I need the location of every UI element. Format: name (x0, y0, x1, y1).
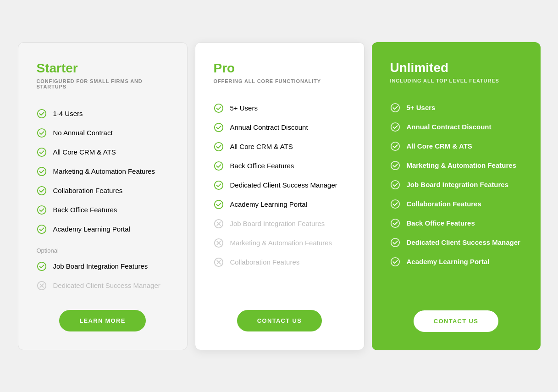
svg-point-29 (391, 161, 399, 169)
check-icon (214, 161, 224, 171)
svg-point-5 (37, 205, 45, 214)
feature-label: All Core CRM & ATS (407, 142, 472, 150)
svg-point-14 (214, 161, 222, 170)
feature-label: Job Board Integration Features (53, 262, 148, 270)
list-item: Academy Learning Portal (214, 195, 346, 214)
feature-label: No Annual Contract (53, 129, 113, 137)
list-item: Annual Contract Discount (214, 118, 346, 137)
feature-label: 1-4 Users (53, 110, 83, 117)
svg-point-12 (214, 123, 222, 131)
unlimited-features: 5+ Users Annual Contract Discount All Co… (390, 98, 522, 296)
svg-point-0 (37, 109, 45, 117)
feature-label: 5+ Users (407, 104, 436, 111)
cross-icon (214, 219, 224, 229)
starter-learn-more-button[interactable]: LEARN MORE (59, 310, 145, 331)
starter-title: Starter (37, 61, 169, 76)
feature-label: Collaboration Features (407, 200, 481, 208)
list-item: Collaboration Features (390, 194, 522, 214)
unlimited-subtitle: INCLUDING ALL TOP LEVEL FEATURES (390, 78, 522, 83)
list-item: All Core CRM & ATS (37, 143, 169, 162)
feature-label: Annual Contract Discount (407, 123, 492, 131)
check-icon (37, 109, 47, 119)
svg-point-11 (214, 104, 222, 112)
check-icon (390, 218, 400, 228)
check-icon (37, 147, 47, 157)
check-icon (390, 257, 400, 267)
feature-label: Academy Learning Portal (53, 225, 130, 233)
check-icon (390, 103, 400, 113)
check-icon (37, 261, 47, 271)
check-icon (214, 199, 224, 210)
svg-point-16 (214, 200, 222, 208)
pro-contact-us-button[interactable]: CONTACT US (237, 310, 322, 331)
check-icon (390, 160, 400, 171)
list-item: Back Office Features (37, 200, 169, 220)
feature-label: 5+ Users (230, 104, 258, 112)
svg-point-13 (214, 142, 222, 150)
feature-label: Academy Learning Portal (407, 258, 490, 265)
pricing-container: Starter CONFIGURED FOR SMALL FIRMS AND S… (18, 42, 541, 350)
svg-point-2 (37, 148, 45, 156)
list-item: Collaboration Features (37, 181, 169, 200)
list-item: 5+ Users (390, 98, 522, 117)
svg-point-30 (391, 180, 399, 188)
svg-point-7 (37, 262, 45, 270)
svg-point-3 (37, 167, 45, 175)
list-item: Academy Learning Portal (37, 220, 169, 239)
starter-button-area: LEARN MORE (37, 310, 169, 331)
feature-label: Collaboration Features (230, 258, 300, 266)
list-item: No Annual Contract (37, 123, 169, 143)
check-icon (390, 237, 400, 248)
list-item: Job Board Integration Features (214, 214, 346, 233)
list-item: Academy Learning Portal (390, 252, 522, 271)
check-icon (390, 180, 400, 190)
list-item: Annual Contract Discount (390, 117, 522, 137)
list-item: Dedicated Client Success Manager (214, 176, 346, 195)
check-icon (214, 103, 224, 113)
cross-icon (37, 281, 47, 291)
plan-starter: Starter CONFIGURED FOR SMALL FIRMS AND S… (18, 42, 188, 350)
svg-point-31 (391, 199, 399, 208)
optional-label: Optional (37, 247, 169, 254)
list-item: Dedicated Client Success Manager (390, 233, 522, 252)
starter-features: 1-4 Users No Annual Contract All Core CR… (37, 104, 169, 239)
svg-point-26 (391, 103, 399, 111)
feature-label: All Core CRM & ATS (230, 143, 293, 150)
feature-label: Dedicated Client Success Manager (230, 181, 337, 189)
feature-label: Marketing & Automation Features (230, 239, 332, 247)
feature-label: All Core CRM & ATS (53, 148, 116, 156)
list-item: Job Board Integration Features (37, 257, 169, 276)
cross-icon (214, 257, 224, 267)
list-item: Dedicated Client Success Manager (37, 276, 169, 295)
plan-pro: Pro OFFERING ALL CORE FUNCTIONALITY 5+ U… (195, 42, 365, 350)
feature-label: Back Office Features (53, 206, 117, 214)
list-item: All Core CRM & ATS (214, 137, 346, 156)
check-icon (37, 186, 47, 196)
feature-label: Back Office Features (230, 162, 294, 170)
feature-label: Back Office Features (407, 219, 475, 227)
pro-features: 5+ Users Annual Contract Discount All Co… (214, 99, 346, 295)
feature-label: Dedicated Client Success Manager (53, 282, 160, 289)
plan-unlimited: Unlimited INCLUDING ALL TOP LEVEL FEATUR… (372, 42, 541, 350)
svg-point-4 (37, 186, 45, 194)
starter-optional-features: Job Board Integration Features Dedicated… (37, 257, 169, 295)
check-icon (37, 224, 47, 234)
list-item: Marketing & Automation Features (390, 156, 522, 175)
list-item: All Core CRM & ATS (390, 137, 522, 156)
feature-label: Job Board Integration Features (230, 220, 325, 227)
svg-point-15 (214, 181, 222, 189)
check-icon (214, 122, 224, 133)
cross-icon (214, 238, 224, 248)
pro-subtitle: OFFERING ALL CORE FUNCTIONALITY (214, 78, 346, 84)
svg-point-33 (391, 238, 399, 246)
svg-point-32 (391, 219, 399, 227)
unlimited-contact-us-button[interactable]: CONTACT US (414, 310, 498, 332)
svg-point-34 (391, 257, 399, 265)
check-icon (214, 142, 224, 152)
list-item: Back Office Features (390, 214, 522, 233)
pro-button-area: CONTACT US (214, 310, 346, 331)
feature-label: Academy Learning Portal (230, 200, 307, 208)
svg-point-27 (391, 122, 399, 131)
svg-point-28 (391, 142, 399, 150)
pro-title: Pro (214, 61, 346, 76)
